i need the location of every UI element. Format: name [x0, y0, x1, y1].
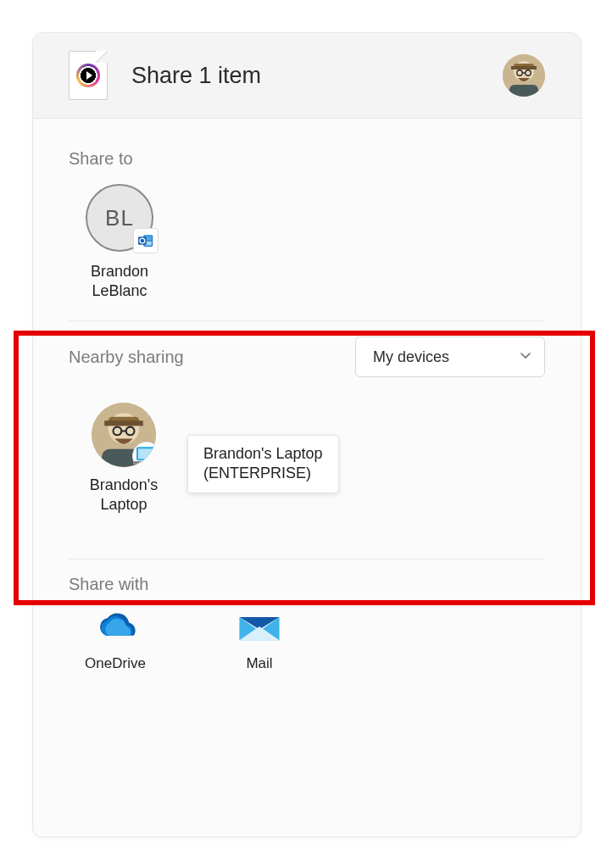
file-dogear-icon [96, 51, 108, 63]
share-to-contacts: BL Brandon LeBlanc [69, 184, 545, 300]
nearby-device[interactable]: Brandon's Laptop [69, 403, 179, 514]
share-to-title: Share to [69, 149, 545, 169]
outlook-badge-icon [133, 228, 159, 253]
section-divider [69, 320, 545, 321]
mail-icon [235, 609, 284, 647]
device-tooltip: Brandon's Laptop (ENTERPRISE) [187, 435, 339, 493]
dialog-header: Share 1 item [33, 33, 581, 119]
shared-file-thumbnail [69, 51, 108, 100]
device-name-line2: Laptop [69, 495, 179, 515]
svg-rect-3 [511, 66, 537, 70]
svg-rect-7 [509, 85, 538, 97]
contact-name-line1: Brandon [69, 262, 170, 281]
dialog-title: Share 1 item [131, 63, 503, 89]
svg-rect-16 [104, 420, 143, 426]
media-play-icon [76, 64, 100, 87]
svg-rect-22 [138, 448, 155, 459]
section-divider [69, 559, 545, 559]
share-with-title: Share with [69, 575, 545, 594]
chevron-down-icon [519, 348, 532, 366]
contact-name: Brandon LeBlanc [69, 262, 170, 300]
app-label: OneDrive [69, 655, 162, 672]
device-owner-avatar [92, 403, 156, 467]
share-dialog: Share 1 item Share to BL [32, 32, 581, 837]
avatar-icon [503, 54, 545, 97]
share-with-app-onedrive[interactable]: OneDrive [69, 609, 162, 672]
current-user-avatar[interactable] [503, 54, 545, 97]
laptop-badge-icon [132, 442, 156, 467]
onedrive-icon [91, 609, 140, 647]
share-with-apps: OneDrive Mail [69, 609, 545, 672]
contact-initials-avatar: BL [86, 184, 153, 252]
nearby-scope-dropdown[interactable]: My devices [355, 337, 545, 377]
app-label: Mail [213, 655, 306, 672]
nearby-scope-selected: My devices [373, 348, 449, 366]
device-name-line1: Brandon's [69, 476, 179, 495]
share-to-contact[interactable]: BL Brandon LeBlanc [69, 184, 170, 300]
play-triangle-icon [86, 71, 92, 80]
nearby-sharing-title: Nearby sharing [69, 348, 184, 367]
nearby-devices: Brandon's Laptop Brandon's Laptop (ENTER… [69, 403, 545, 538]
contact-name-line2: LeBlanc [69, 281, 170, 301]
contact-initials: BL [105, 205, 134, 231]
dialog-body: Share to BL Brando [33, 119, 581, 681]
share-with-app-mail[interactable]: Mail [213, 609, 306, 672]
device-name: Brandon's Laptop [69, 476, 179, 514]
svg-rect-23 [133, 461, 156, 465]
nearby-sharing-header: Nearby sharing My devices [69, 337, 545, 377]
